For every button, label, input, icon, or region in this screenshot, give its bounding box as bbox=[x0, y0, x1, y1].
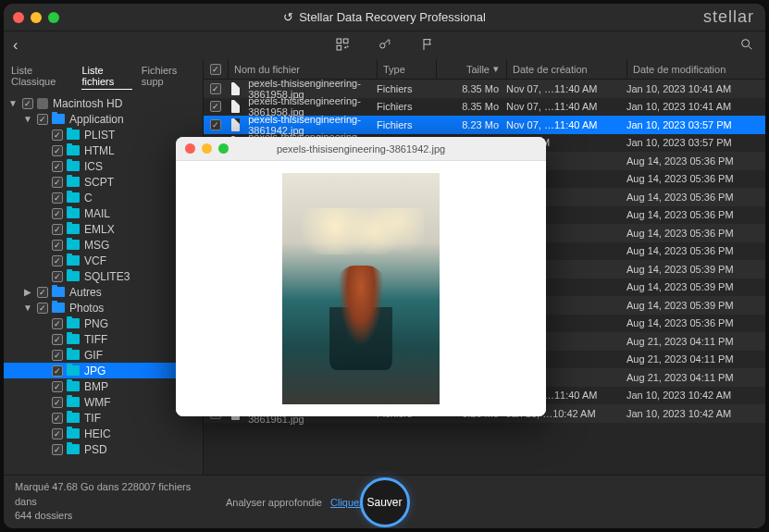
file-mdate: Aug 14, 2023 05:36 PM bbox=[626, 228, 765, 239]
folder-icon bbox=[67, 397, 80, 407]
tree-node-vcf[interactable]: ✓VCF bbox=[4, 253, 203, 268]
tree-node-tiff[interactable]: ✓TIFF bbox=[4, 331, 203, 347]
back-button[interactable]: ‹ bbox=[13, 37, 18, 54]
header-name[interactable]: Nom du fichier bbox=[228, 59, 377, 79]
file-mdate: Aug 14, 2023 05:36 PM bbox=[626, 192, 765, 203]
header-mdate[interactable]: Date de modification bbox=[626, 59, 765, 79]
footer: Marqué 47.68 Go dans 228007 fichiers dan… bbox=[4, 475, 765, 528]
file-mdate: Aug 14, 2023 05:36 PM bbox=[626, 173, 765, 184]
file-size: 8.35 Mo bbox=[436, 101, 506, 112]
grid-view-icon[interactable] bbox=[335, 37, 350, 55]
file-mdate: Jan 10, 2023 10:42 AM bbox=[626, 390, 765, 401]
folder-icon bbox=[67, 428, 80, 439]
tree-node-html[interactable]: ✓HTML bbox=[4, 142, 203, 158]
minimize-window-icon[interactable] bbox=[31, 12, 42, 23]
file-mdate: Jan 10, 2023 03:57 PM bbox=[626, 137, 765, 148]
drive-icon bbox=[37, 98, 48, 109]
folder-icon bbox=[67, 444, 80, 454]
file-mdate: Aug 21, 2023 04:11 PM bbox=[626, 336, 765, 347]
status-text: Marqué 47.68 Go dans 228007 fichiers dan… bbox=[15, 480, 200, 523]
file-mdate: Aug 14, 2023 05:36 PM bbox=[626, 209, 765, 220]
folder-icon bbox=[67, 240, 80, 250]
file-size: 8.35 Mo bbox=[436, 83, 506, 94]
file-type: Fichiers bbox=[377, 119, 436, 130]
brand-logo: stellar bbox=[703, 7, 754, 27]
maximize-window-icon[interactable] bbox=[48, 12, 59, 23]
tab-list-files[interactable]: Liste fichiers bbox=[81, 63, 131, 90]
folder-icon bbox=[67, 365, 80, 376]
tree-node-ics[interactable]: ✓ICS bbox=[4, 158, 203, 174]
tree-node-gif[interactable]: ✓GIF bbox=[4, 347, 203, 363]
tree-node-root[interactable]: ▼✓Macintosh HD bbox=[4, 95, 203, 111]
header-size[interactable]: Taille▾ bbox=[436, 59, 506, 79]
file-mdate: Aug 14, 2023 05:39 PM bbox=[626, 300, 765, 311]
preview-close-icon[interactable] bbox=[185, 143, 195, 154]
svg-point-5 bbox=[742, 39, 750, 46]
sort-desc-icon: ▾ bbox=[493, 63, 499, 75]
preview-maximize-icon[interactable] bbox=[218, 143, 229, 154]
row-checkbox[interactable]: ✓ bbox=[210, 83, 221, 94]
folder-icon bbox=[67, 208, 80, 218]
key-icon[interactable] bbox=[378, 37, 392, 55]
tab-list-classic[interactable]: Liste Classique bbox=[11, 63, 72, 90]
file-mdate: Aug 21, 2023 04:11 PM bbox=[626, 372, 765, 383]
tree-node-photos[interactable]: ▼✓Photos bbox=[4, 300, 203, 315]
tree-node-tif[interactable]: ✓TIF bbox=[4, 410, 203, 426]
file-type: Fichiers bbox=[377, 101, 436, 112]
tree-node-sqlite3[interactable]: ✓SQLITE3 bbox=[4, 268, 203, 284]
folder-icon bbox=[67, 192, 80, 203]
tree-node-msg[interactable]: ✓MSG bbox=[4, 237, 203, 253]
preview-title: pexels-thisisengineering-3861942.jpg bbox=[176, 143, 546, 155]
tree-node-heic[interactable]: ✓HEIC bbox=[4, 426, 203, 441]
preview-minimize-icon[interactable] bbox=[202, 143, 212, 154]
titlebar: ↺ Stellar Data Recovery Professional ste… bbox=[4, 4, 765, 31]
tree-node-emlx[interactable]: ✓EMLX bbox=[4, 221, 203, 237]
file-icon bbox=[231, 82, 240, 95]
tree-node-psd[interactable]: ✓PSD bbox=[4, 441, 203, 457]
folder-icon bbox=[67, 271, 80, 281]
file-mdate: Aug 14, 2023 05:36 PM bbox=[626, 245, 765, 256]
file-mdate: Aug 14, 2023 05:39 PM bbox=[626, 264, 765, 275]
tree-node-autres[interactable]: ▶✓Autres bbox=[4, 284, 203, 300]
undo-icon[interactable]: ↺ bbox=[283, 10, 293, 24]
file-icon bbox=[231, 100, 240, 113]
tree-node-png[interactable]: ✓PNG bbox=[4, 315, 203, 331]
preview-image bbox=[282, 173, 440, 404]
preview-window: pexels-thisisengineering-3861942.jpg bbox=[176, 137, 546, 416]
folder-icon bbox=[67, 381, 80, 391]
toolbar: ‹ bbox=[4, 31, 765, 59]
tree-node-wmf[interactable]: ✓WMF bbox=[4, 394, 203, 410]
file-cdate: Nov 07, …11:40 AM bbox=[506, 83, 626, 94]
tree-node-jpg[interactable]: ✓JPG bbox=[4, 363, 203, 378]
tree-node-scpt[interactable]: ✓SCPT bbox=[4, 174, 203, 190]
search-icon[interactable] bbox=[739, 37, 754, 55]
header-cdate[interactable]: Date de création bbox=[506, 59, 626, 79]
svg-point-4 bbox=[379, 43, 384, 47]
row-checkbox[interactable]: ✓ bbox=[210, 101, 221, 112]
tree-node-plist[interactable]: ✓PLIST bbox=[4, 127, 203, 142]
tree-node-mail[interactable]: ✓MAIL bbox=[4, 205, 203, 221]
folder-icon bbox=[67, 350, 80, 360]
save-button[interactable]: Sauver bbox=[360, 477, 410, 527]
folder-tree: ▼✓Macintosh HD ▼✓Application ✓PLIST ✓HTM… bbox=[4, 92, 203, 475]
select-all-checkbox[interactable]: ✓ bbox=[210, 64, 221, 75]
app-title: Stellar Data Recovery Professional bbox=[299, 10, 486, 24]
table-header: ✓ Nom du fichier Type Taille▾ Date de cr… bbox=[204, 59, 765, 80]
preview-titlebar: pexels-thisisengineering-3861942.jpg bbox=[176, 137, 546, 161]
file-mdate: Aug 14, 2023 05:36 PM bbox=[626, 155, 765, 167]
close-window-icon[interactable] bbox=[13, 12, 24, 23]
tree-node-bmp[interactable]: ✓BMP bbox=[4, 378, 203, 394]
folder-icon bbox=[67, 145, 80, 155]
sidebar: Liste Classique Liste fichiers Fichiers … bbox=[4, 59, 204, 475]
flag-icon[interactable] bbox=[420, 37, 435, 55]
row-checkbox[interactable]: ✓ bbox=[210, 119, 221, 130]
file-type: Fichiers bbox=[377, 83, 436, 94]
tree-node-c[interactable]: ✓C bbox=[4, 190, 203, 205]
file-mdate: Aug 21, 2023 04:11 PM bbox=[626, 353, 765, 365]
tab-files-supp[interactable]: Fichiers supp bbox=[142, 63, 195, 90]
header-type[interactable]: Type bbox=[377, 59, 436, 79]
tree-node-application[interactable]: ▼✓Application bbox=[4, 111, 203, 127]
folder-icon bbox=[67, 334, 80, 344]
folder-icon bbox=[67, 161, 80, 171]
file-mdate: Aug 14, 2023 05:39 PM bbox=[626, 281, 765, 292]
